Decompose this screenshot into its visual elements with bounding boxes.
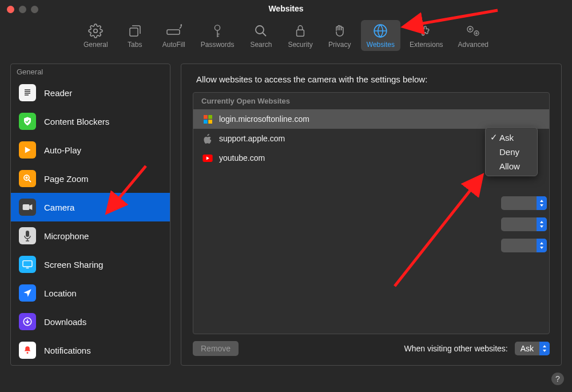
toolbar-item-general[interactable]: General — [78, 20, 114, 51]
help-button[interactable]: ? — [551, 373, 564, 385]
bell-icon — [19, 342, 36, 359]
sidebar-item-notifications[interactable]: Notifications — [11, 336, 170, 365]
toolbar-item-search[interactable]: Search — [243, 20, 279, 51]
svg-rect-21 — [208, 120, 212, 124]
svg-rect-2 — [167, 30, 180, 34]
visiting-others-label: When visiting other websites: — [404, 344, 507, 353]
site-permission-select[interactable] — [501, 217, 547, 231]
preferences-toolbar: General Tabs AutoFill Passwords Search S… — [0, 13, 572, 57]
toolbar-item-security[interactable]: Security — [282, 20, 318, 51]
microphone-icon — [19, 227, 36, 244]
svg-rect-15 — [23, 261, 32, 267]
svg-point-0 — [94, 29, 98, 33]
svg-rect-18 — [204, 115, 208, 119]
site-label: support.apple.com — [219, 134, 285, 143]
svg-point-4 — [256, 26, 264, 34]
favicon-microsoft-icon — [202, 114, 213, 124]
sidebar-item-page-zoom[interactable]: Page Zoom — [11, 164, 170, 193]
camera-icon — [19, 199, 36, 216]
site-permission-select[interactable] — [501, 239, 547, 252]
popup-option-ask[interactable]: ✓ Ask — [486, 130, 537, 145]
lock-icon — [292, 23, 309, 38]
location-icon — [19, 284, 36, 302]
sidebar-label-screen-sharing: Screen Sharing — [44, 260, 103, 270]
tabs-icon — [126, 23, 144, 38]
toolbar-item-tabs[interactable]: Tabs — [117, 20, 153, 51]
visiting-others-control: When visiting other websites: Ask — [404, 342, 550, 355]
svg-point-3 — [214, 25, 220, 30]
site-label: login.microsoftonline.com — [219, 114, 309, 124]
svg-rect-13 — [23, 204, 30, 210]
detail-panel: Allow websites to access the camera with… — [181, 64, 562, 366]
popup-option-label: Deny — [499, 147, 519, 157]
popup-option-allow[interactable]: Allow — [486, 159, 537, 173]
minimize-window-button[interactable] — [19, 6, 26, 13]
window-controls[interactable] — [7, 6, 38, 13]
sites-section-header: Currently Open Websites — [193, 93, 549, 109]
sidebar-label-auto-play: Auto-Play — [44, 145, 81, 155]
svg-point-8 — [470, 29, 471, 30]
sidebar: General Reader Content Blockers Auto-Pla… — [10, 64, 170, 366]
svg-rect-14 — [26, 231, 29, 237]
toolbar-item-privacy[interactable]: Privacy — [322, 20, 357, 51]
svg-rect-20 — [204, 120, 208, 124]
autofill-icon — [165, 23, 182, 38]
play-icon — [19, 141, 36, 159]
toolbar-item-passwords[interactable]: Passwords — [195, 20, 240, 51]
site-permission-select[interactable] — [501, 196, 547, 210]
sidebar-item-screen-sharing[interactable]: Screen Sharing — [11, 250, 170, 279]
sidebar-label-reader: Reader — [44, 88, 72, 98]
toolbar-item-websites[interactable]: Websites — [361, 20, 400, 51]
sidebar-item-reader[interactable]: Reader — [11, 78, 170, 107]
panel-footer: Remove When visiting other websites: Ask — [193, 341, 550, 356]
panel-heading: Allow websites to access the camera with… — [196, 74, 550, 84]
globe-icon — [372, 23, 389, 38]
gear-icon — [87, 23, 104, 38]
sidebar-label-notifications: Notifications — [44, 346, 91, 355]
popup-option-deny[interactable]: Deny — [486, 145, 537, 159]
sidebar-label-microphone: Microphone — [44, 231, 89, 241]
zoom-icon — [19, 170, 36, 187]
svg-point-17 — [27, 352, 29, 354]
sidebar-header: General — [11, 64, 170, 78]
svg-point-9 — [474, 31, 479, 35]
screen-sharing-icon — [19, 256, 36, 273]
reader-icon — [19, 84, 36, 101]
toolbar-item-advanced[interactable]: Advanced — [452, 20, 494, 51]
permission-popup[interactable]: ✓ Ask Deny Allow — [485, 127, 538, 176]
zoom-window-button[interactable] — [31, 6, 38, 13]
toolbar-item-autofill[interactable]: AutoFill — [156, 20, 192, 51]
svg-point-10 — [476, 33, 477, 34]
hand-icon — [331, 23, 348, 38]
svg-rect-5 — [297, 30, 304, 36]
svg-rect-1 — [130, 28, 138, 36]
sidebar-item-camera[interactable]: Camera — [11, 193, 170, 221]
visiting-others-select[interactable]: Ask — [515, 342, 550, 355]
close-window-button[interactable] — [7, 6, 14, 13]
visiting-others-value: Ask — [515, 344, 539, 353]
remove-button[interactable]: Remove — [193, 341, 239, 356]
site-label: youtube.com — [219, 153, 265, 163]
sidebar-item-microphone[interactable]: Microphone — [11, 221, 170, 250]
downloads-icon — [19, 313, 36, 330]
svg-point-7 — [467, 26, 473, 32]
shield-icon — [19, 113, 36, 130]
search-icon — [252, 23, 269, 38]
favicon-youtube-icon — [202, 153, 213, 163]
site-row[interactable]: login.microsoftonline.com — [193, 109, 549, 129]
sidebar-item-auto-play[interactable]: Auto-Play — [11, 136, 170, 164]
sidebar-label-location: Location — [44, 288, 77, 298]
sidebar-item-content-blockers[interactable]: Content Blockers — [11, 107, 170, 136]
sidebar-item-location[interactable]: Location — [11, 279, 170, 307]
sidebar-label-page-zoom: Page Zoom — [44, 174, 89, 184]
window-title: Websites — [0, 0, 572, 13]
key-icon — [209, 23, 226, 38]
gears-icon — [464, 23, 482, 38]
puzzle-icon — [418, 23, 435, 38]
sidebar-label-downloads: Downloads — [44, 317, 86, 327]
sidebar-item-downloads[interactable]: Downloads — [11, 307, 170, 336]
toolbar-item-extensions[interactable]: Extensions — [404, 20, 449, 51]
content-area: General Reader Content Blockers Auto-Pla… — [0, 57, 572, 376]
popup-option-label: Allow — [499, 161, 520, 171]
popup-option-label: Ask — [499, 133, 514, 142]
